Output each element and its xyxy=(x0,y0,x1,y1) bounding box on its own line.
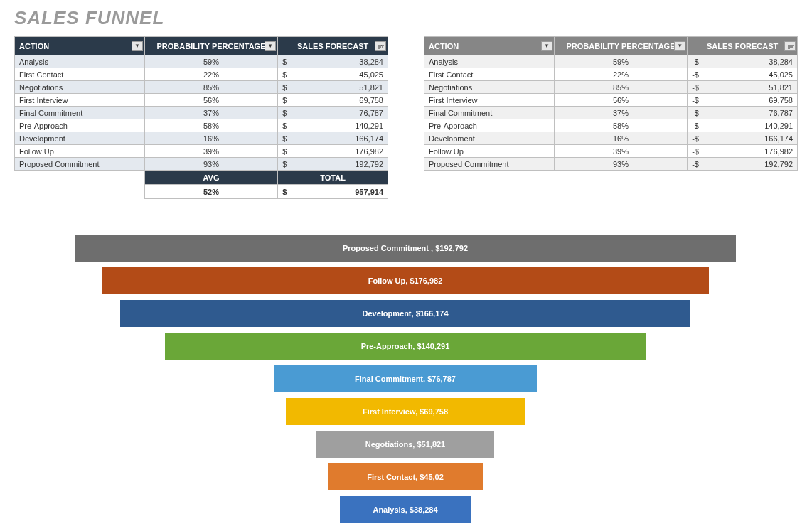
cell-action: Proposed Commitment xyxy=(424,158,555,171)
cell-action: Follow Up xyxy=(15,145,145,158)
cell-action: First Interview xyxy=(424,94,555,107)
table-row: Development16%-$166,174 xyxy=(424,132,798,145)
cell-action: Pre-Approach xyxy=(15,119,145,132)
currency-symbol: $ xyxy=(282,134,287,143)
total-value: $ 957,914 xyxy=(278,185,388,199)
col-forecast-header: SALES FORECAST xyxy=(688,37,798,55)
cell-prob: 93% xyxy=(144,158,277,171)
table-row: Final Commitment37%$76,787 xyxy=(15,107,388,119)
cell-action: First Contact xyxy=(424,68,555,81)
cell-action: Negotiations xyxy=(15,81,145,94)
cell-prob: 39% xyxy=(144,145,277,158)
table-row: Proposed Commitment93%$192,792 xyxy=(15,158,388,171)
cell-action: First Interview xyxy=(15,94,145,107)
cell-forecast: $38,284 xyxy=(278,55,388,68)
filter-dropdown-icon[interactable]: ▼ xyxy=(541,41,552,51)
currency-symbol: $ xyxy=(282,70,287,79)
cell-prob: 85% xyxy=(144,81,277,94)
cell-forecast: $76,787 xyxy=(278,107,388,119)
cell-prob: 22% xyxy=(554,68,687,81)
col-forecast-header: SALES FORECAST xyxy=(278,37,388,55)
table-row: First Contact22%$45,025 xyxy=(15,68,388,81)
currency-symbol: -$ xyxy=(692,109,699,117)
currency-symbol: $ xyxy=(282,109,287,117)
currency-symbol: $ xyxy=(282,122,287,130)
table-row: Follow Up39%$176,982 xyxy=(15,145,388,158)
filter-dropdown-icon[interactable]: ▼ xyxy=(265,41,276,51)
funnel-bar-row: Analysis, $38,284 xyxy=(14,496,796,523)
cell-forecast: -$51,821 xyxy=(688,81,798,94)
cell-forecast: $166,174 xyxy=(278,132,388,145)
cell-action: Final Commitment xyxy=(424,107,555,119)
table-row: Negotiations85%-$51,821 xyxy=(424,81,798,94)
sales-table-right: ACTION ▼ PROBABILITY PERCENTAGE ▼ SALES … xyxy=(424,36,798,171)
currency-symbol: $ xyxy=(282,188,287,196)
sort-asc-icon[interactable] xyxy=(784,41,796,51)
funnel-bar: First Interview, $69,758 xyxy=(286,398,525,425)
funnel-bar-row: Pre-Approach, $140,291 xyxy=(14,333,796,360)
total-label: TOTAL xyxy=(278,171,388,185)
cell-forecast: $192,792 xyxy=(278,158,388,171)
filter-dropdown-icon[interactable]: ▼ xyxy=(674,41,685,51)
currency-symbol: -$ xyxy=(692,58,699,66)
funnel-chart: Proposed Commitment , $192,792Follow Up,… xyxy=(14,235,796,523)
cell-forecast: -$69,758 xyxy=(688,94,798,107)
header-label: ACTION xyxy=(429,42,459,50)
currency-symbol: -$ xyxy=(692,83,699,92)
funnel-bar: Analysis, $38,284 xyxy=(340,496,471,523)
total-value-num: 957,914 xyxy=(355,188,383,196)
funnel-bar: Follow Up, $176,982 xyxy=(102,267,709,294)
table-row: First Interview56%$69,758 xyxy=(15,94,388,107)
cell-action: Final Commitment xyxy=(15,107,145,119)
cell-prob: 22% xyxy=(144,68,277,81)
col-action-header: ACTION ▼ xyxy=(424,37,555,55)
cell-forecast: -$140,291 xyxy=(688,119,798,132)
cell-prob: 37% xyxy=(144,107,277,119)
cell-action: Analysis xyxy=(15,55,145,68)
cell-action: Negotiations xyxy=(424,81,555,94)
funnel-bar-row: Development, $166,174 xyxy=(14,300,796,327)
cell-prob: 16% xyxy=(144,132,277,145)
cell-action: Analysis xyxy=(424,55,555,68)
cell-forecast: $45,025 xyxy=(278,68,388,81)
cell-prob: 56% xyxy=(144,94,277,107)
table-row: First Contact22%-$45,025 xyxy=(424,68,798,81)
cell-forecast: -$192,792 xyxy=(688,158,798,171)
cell-forecast: $176,982 xyxy=(278,145,388,158)
funnel-bar-row: Follow Up, $176,982 xyxy=(14,267,796,294)
table-row: Pre-Approach58%-$140,291 xyxy=(424,119,798,132)
funnel-bar-row: Final Commitment, $76,787 xyxy=(14,365,796,392)
currency-symbol: $ xyxy=(282,160,287,168)
funnel-bar: Negotiations, $51,821 xyxy=(316,431,494,458)
col-prob-header: PROBABILITY PERCENTAGE ▼ xyxy=(554,37,687,55)
table-row: Follow Up39%-$176,982 xyxy=(424,145,798,158)
header-label: ACTION xyxy=(19,42,49,50)
funnel-bar: Final Commitment, $76,787 xyxy=(274,365,537,392)
tables-container: ACTION ▼ PROBABILITY PERCENTAGE ▼ SALES … xyxy=(14,36,798,199)
cell-forecast: -$38,284 xyxy=(688,55,798,68)
cell-prob: 16% xyxy=(554,132,687,145)
currency-symbol: $ xyxy=(282,147,287,156)
funnel-bar: Development, $166,174 xyxy=(120,300,690,327)
cell-forecast: $140,291 xyxy=(278,119,388,132)
cell-prob: 58% xyxy=(144,119,277,132)
cell-prob: 39% xyxy=(554,145,687,158)
avg-label: AVG xyxy=(144,171,277,185)
cell-forecast: $69,758 xyxy=(278,94,388,107)
cell-action: First Contact xyxy=(15,68,145,81)
cell-prob: 93% xyxy=(554,158,687,171)
table-row: Analysis59%$38,284 xyxy=(15,55,388,68)
cell-prob: 59% xyxy=(554,55,687,68)
filter-dropdown-icon[interactable]: ▼ xyxy=(132,41,143,51)
currency-symbol: $ xyxy=(282,58,287,66)
cell-forecast: -$76,787 xyxy=(688,107,798,119)
cell-action: Proposed Commitment xyxy=(15,158,145,171)
table-row: Pre-Approach58%$140,291 xyxy=(15,119,388,132)
funnel-bar-row: Proposed Commitment , $192,792 xyxy=(14,235,796,262)
cell-prob: 59% xyxy=(144,55,277,68)
col-prob-header: PROBABILITY PERCENTAGE ▼ xyxy=(144,37,277,55)
sort-asc-icon[interactable] xyxy=(375,41,386,51)
table-row: Negotiations85%$51,821 xyxy=(15,81,388,94)
currency-symbol: -$ xyxy=(692,70,699,79)
header-label: SALES FORECAST xyxy=(297,42,368,50)
